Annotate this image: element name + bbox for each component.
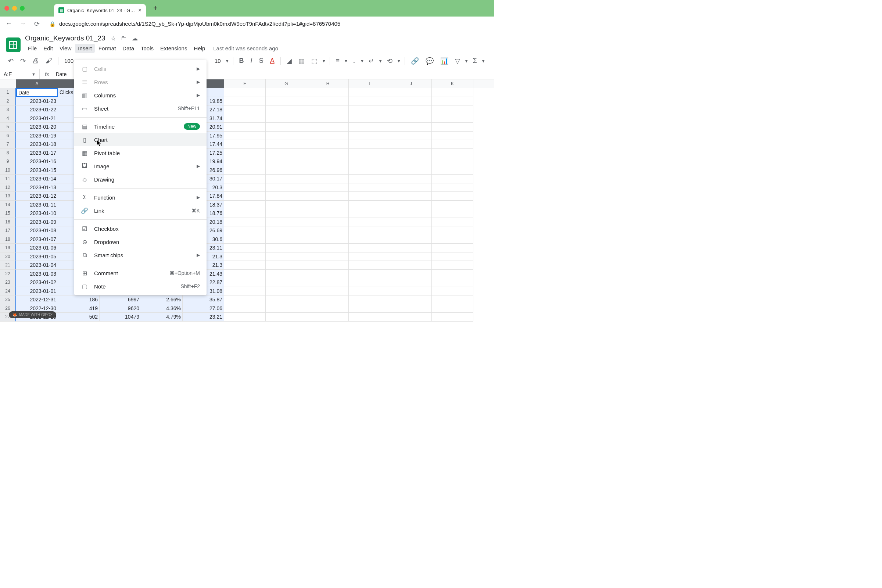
- row-header[interactable]: 9: [0, 157, 16, 166]
- cell[interactable]: [432, 123, 473, 132]
- cell[interactable]: [390, 175, 432, 183]
- cell[interactable]: [432, 175, 473, 183]
- row-header[interactable]: 14: [0, 201, 16, 210]
- cell[interactable]: 2023-01-07: [16, 235, 58, 244]
- link-button[interactable]: 🔗: [409, 56, 421, 66]
- cell[interactable]: [432, 149, 473, 158]
- cell[interactable]: [390, 201, 432, 210]
- menu-item-columns[interactable]: ▥ Columns ▶: [74, 88, 207, 102]
- cell[interactable]: [349, 149, 390, 158]
- paint-format-button[interactable]: 🖌: [44, 56, 54, 66]
- cell[interactable]: [266, 209, 307, 218]
- close-window-button[interactable]: [4, 6, 9, 10]
- cell[interactable]: [307, 114, 349, 123]
- formula-input[interactable]: Date: [54, 71, 68, 77]
- cell[interactable]: 2023-01-01: [16, 287, 58, 296]
- cell[interactable]: [307, 296, 349, 304]
- row-header[interactable]: 13: [0, 192, 16, 201]
- cell[interactable]: 2023-01-08: [16, 226, 58, 235]
- cell[interactable]: [432, 192, 473, 201]
- cell[interactable]: 2023-01-02: [16, 278, 58, 287]
- cell[interactable]: 2023-01-17: [16, 149, 58, 158]
- cell[interactable]: [432, 270, 473, 279]
- move-icon[interactable]: 🗀: [121, 35, 127, 42]
- cell[interactable]: [349, 218, 390, 227]
- cell[interactable]: [307, 166, 349, 175]
- cell[interactable]: [266, 149, 307, 158]
- cell[interactable]: [349, 166, 390, 175]
- cell[interactable]: [307, 235, 349, 244]
- document-title[interactable]: Organic_Keywords 01_23: [25, 34, 105, 42]
- cell[interactable]: [224, 140, 266, 149]
- menu-item-cells[interactable]: ▢ Cells ▶: [74, 62, 207, 75]
- reload-button[interactable]: ⟳: [32, 20, 41, 28]
- cell[interactable]: [266, 278, 307, 287]
- cell[interactable]: [349, 132, 390, 140]
- cell[interactable]: [224, 123, 266, 132]
- cell[interactable]: 2023-01-22: [16, 105, 58, 114]
- cell[interactable]: [266, 175, 307, 183]
- menu-item-timeline[interactable]: ▤ Timeline New: [74, 120, 207, 133]
- row-header[interactable]: 19: [0, 244, 16, 252]
- back-button[interactable]: ←: [4, 20, 13, 28]
- cell[interactable]: [349, 252, 390, 261]
- row-header[interactable]: 23: [0, 278, 16, 287]
- cell[interactable]: [307, 209, 349, 218]
- cell[interactable]: 2023-01-18: [16, 140, 58, 149]
- cell[interactable]: [266, 88, 307, 97]
- cell[interactable]: 2023-01-20: [16, 123, 58, 132]
- cell[interactable]: [349, 304, 390, 313]
- cell[interactable]: [266, 97, 307, 106]
- cell[interactable]: [390, 114, 432, 123]
- cell[interactable]: [349, 313, 390, 322]
- col-header-G[interactable]: G: [266, 80, 307, 88]
- cell[interactable]: [224, 235, 266, 244]
- undo-button[interactable]: ↶: [6, 56, 16, 66]
- cell[interactable]: [266, 244, 307, 252]
- cell[interactable]: 186: [58, 296, 100, 304]
- cell[interactable]: [390, 235, 432, 244]
- cell[interactable]: [266, 304, 307, 313]
- cell[interactable]: [432, 132, 473, 140]
- redo-button[interactable]: ↷: [18, 56, 28, 66]
- cell[interactable]: [432, 105, 473, 114]
- maximize-window-button[interactable]: [20, 6, 25, 10]
- cell[interactable]: [349, 235, 390, 244]
- cell[interactable]: 2023-01-11: [16, 201, 58, 210]
- menu-tools[interactable]: Tools: [138, 44, 156, 53]
- cell[interactable]: 2023-01-14: [16, 175, 58, 183]
- cell[interactable]: [224, 132, 266, 140]
- cell[interactable]: [307, 261, 349, 270]
- cell[interactable]: [432, 166, 473, 175]
- cell[interactable]: [266, 132, 307, 140]
- cell[interactable]: [432, 88, 473, 97]
- name-box-dropdown-icon[interactable]: ▼: [32, 72, 36, 76]
- menu-data[interactable]: Data: [119, 44, 137, 53]
- menu-help[interactable]: Help: [191, 44, 208, 53]
- cell[interactable]: [349, 157, 390, 166]
- strikethrough-button[interactable]: S: [257, 56, 266, 66]
- menu-item-sheet[interactable]: ▭ Sheet Shift+F11: [74, 102, 207, 115]
- cell[interactable]: [432, 201, 473, 210]
- cell[interactable]: 2023-01-21: [16, 114, 58, 123]
- insert-chart-button[interactable]: 📊: [438, 56, 450, 66]
- menu-item-checkbox[interactable]: ☑ Checkbox: [74, 222, 207, 235]
- cell[interactable]: [307, 157, 349, 166]
- cell[interactable]: 2022-12-31: [16, 296, 58, 304]
- row-header[interactable]: 7: [0, 140, 16, 149]
- cell[interactable]: [432, 287, 473, 296]
- cell[interactable]: [432, 226, 473, 235]
- cell[interactable]: [349, 192, 390, 201]
- row-header[interactable]: 20: [0, 252, 16, 261]
- cell[interactable]: 2023-01-06: [16, 244, 58, 252]
- cell[interactable]: [307, 105, 349, 114]
- col-header-I[interactable]: I: [349, 80, 390, 88]
- cell[interactable]: [349, 114, 390, 123]
- cell[interactable]: [349, 183, 390, 192]
- rotate-button[interactable]: ⟲: [385, 56, 395, 66]
- cell[interactable]: [307, 218, 349, 227]
- cell[interactable]: 2.66%: [141, 296, 183, 304]
- filter-button[interactable]: ▽: [453, 56, 462, 66]
- col-header-K[interactable]: K: [432, 80, 473, 88]
- minimize-window-button[interactable]: [12, 6, 17, 10]
